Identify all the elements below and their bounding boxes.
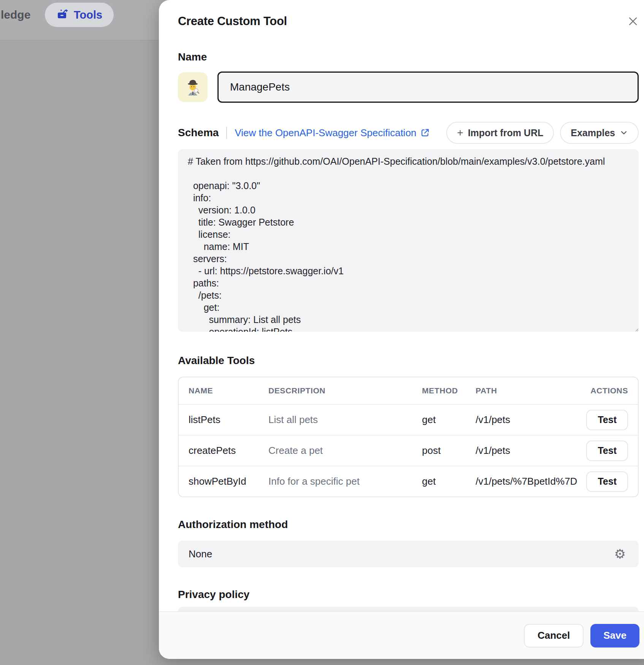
authorization-method-heading: Authorization method bbox=[178, 519, 639, 531]
tool-method: post bbox=[412, 445, 466, 457]
tool-description: Info for a specific pet bbox=[259, 476, 412, 487]
tab-knowledge-partial[interactable]: ledge bbox=[1, 8, 30, 21]
divider bbox=[226, 127, 227, 139]
test-button[interactable]: Test bbox=[586, 410, 628, 430]
column-header-actions: ACTIONS bbox=[575, 386, 638, 395]
authorization-method-value: None bbox=[189, 548, 212, 560]
tab-tools-label: Tools bbox=[74, 9, 102, 21]
test-button[interactable]: Test bbox=[586, 471, 628, 492]
available-tools-heading: Available Tools bbox=[178, 355, 639, 367]
tool-path: /v1/pets bbox=[466, 414, 575, 426]
create-custom-tool-modal: Create Custom Tool Name bbox=[159, 0, 644, 659]
authorization-method-field[interactable]: None ⚙ bbox=[178, 541, 639, 567]
tool-name: showPetById bbox=[179, 476, 259, 487]
tool-method: get bbox=[412, 476, 466, 487]
available-tools-table: NAME DESCRIPTION METHOD PATH ACTIONS lis… bbox=[178, 377, 639, 497]
tools-icon bbox=[56, 8, 68, 22]
import-from-url-button[interactable]: + Import from URL bbox=[446, 122, 554, 144]
column-header-name: NAME bbox=[179, 386, 259, 395]
plus-icon: + bbox=[457, 127, 463, 139]
openapi-spec-link[interactable]: View the OpenAPI-Swagger Specification bbox=[235, 127, 430, 139]
table-header-row: NAME DESCRIPTION METHOD PATH ACTIONS bbox=[179, 377, 638, 404]
cancel-button[interactable]: Cancel bbox=[524, 624, 584, 648]
tool-path: /v1/pets bbox=[466, 445, 575, 457]
column-header-description: DESCRIPTION bbox=[259, 386, 412, 395]
examples-dropdown-button[interactable]: Examples bbox=[560, 122, 639, 144]
privacy-policy-heading: Privacy policy bbox=[178, 589, 639, 601]
tool-path: /v1/pets/%7BpetId%7D bbox=[466, 476, 575, 487]
save-button[interactable]: Save bbox=[590, 624, 639, 648]
name-section-label: Name bbox=[178, 51, 639, 63]
tool-name: createPets bbox=[179, 445, 259, 457]
modal-title: Create Custom Tool bbox=[178, 14, 287, 28]
modal-content: Create Custom Tool Name bbox=[159, 0, 644, 611]
screen: { "background": { "knowledge_tab_label":… bbox=[0, 0, 644, 665]
table-row: listPets List all pets get /v1/pets Test bbox=[179, 404, 638, 435]
external-link-icon bbox=[420, 128, 430, 138]
test-button[interactable]: Test bbox=[586, 441, 628, 461]
tool-name: listPets bbox=[179, 414, 259, 426]
table-row: createPets Create a pet post /v1/pets Te… bbox=[179, 435, 638, 466]
column-header-path: PATH bbox=[466, 386, 575, 395]
privacy-policy-input[interactable] bbox=[178, 607, 639, 611]
schema-textarea[interactable]: # Taken from https://github.com/OAI/Open… bbox=[178, 149, 639, 332]
tool-name-input[interactable] bbox=[217, 72, 639, 103]
table-row: showPetById Info for a specific pet get … bbox=[179, 466, 638, 496]
modal-footer: Cancel Save bbox=[159, 611, 644, 659]
tab-tools[interactable]: Tools bbox=[45, 3, 114, 27]
close-icon[interactable] bbox=[627, 16, 639, 27]
tool-description: Create a pet bbox=[259, 445, 412, 457]
tool-description: List all pets bbox=[259, 414, 412, 426]
detective-emoji-avatar[interactable] bbox=[178, 72, 208, 102]
column-header-method: METHOD bbox=[412, 386, 466, 395]
chevron-down-icon bbox=[620, 129, 628, 137]
tool-method: get bbox=[412, 414, 466, 426]
detective-emoji-icon bbox=[184, 78, 202, 96]
schema-section-label: Schema bbox=[178, 127, 219, 139]
gear-icon[interactable]: ⚙ bbox=[614, 547, 626, 560]
